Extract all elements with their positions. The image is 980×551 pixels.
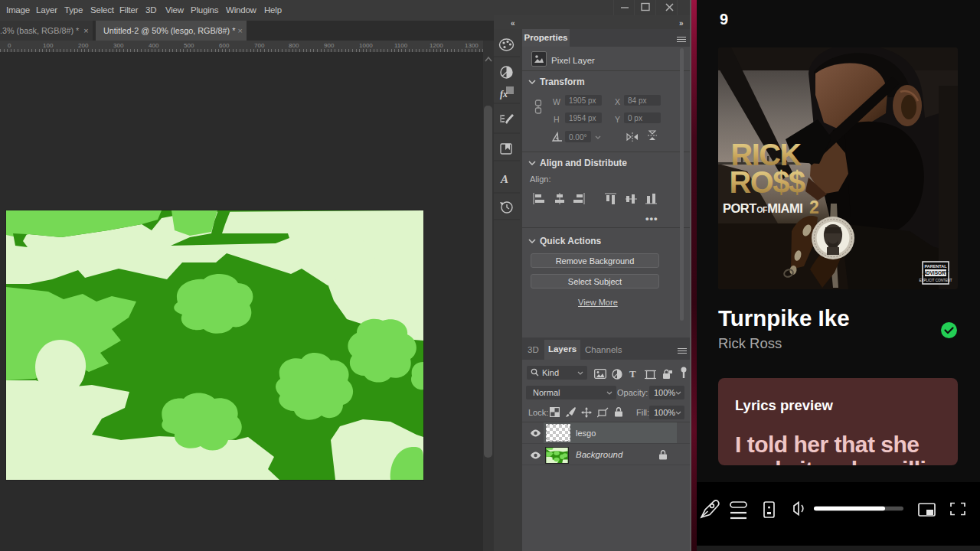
svg-text:2: 2 (809, 197, 819, 217)
svg-text:RO$$: RO$$ (730, 164, 805, 200)
svg-text:EXPLICIT CONTENT: EXPLICIT CONTENT (920, 279, 952, 282)
svg-text:ADVISORY: ADVISORY (923, 270, 949, 276)
svg-text:fx: fx (500, 89, 508, 99)
svg-text:A: A (500, 173, 508, 185)
svg-text:PARENTAL: PARENTAL (924, 264, 947, 269)
